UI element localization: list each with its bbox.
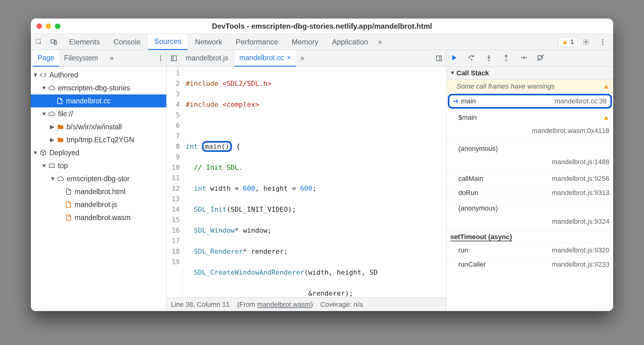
step-icon[interactable]	[519, 54, 527, 63]
file-tab-mandelbrot-cc[interactable]: mandelbrot.cc ✕	[234, 50, 296, 67]
angle-brackets-icon	[39, 71, 47, 79]
file-tab-mandelbrot-js[interactable]: mandelbrot.js	[181, 50, 233, 67]
svg-point-18	[526, 57, 527, 58]
tree-origin[interactable]: ▼ emscripten-dbg-stor	[31, 172, 166, 185]
disclosure-triangle-icon[interactable]: ▶	[50, 136, 54, 143]
tree-group-deployed[interactable]: ▼ Deployed	[31, 146, 166, 159]
step-over-icon[interactable]	[468, 54, 476, 63]
cloud-icon	[57, 175, 64, 182]
warning-text: Some call frames have warnings	[456, 82, 555, 90]
disclosure-triangle-icon[interactable]: ▼	[41, 85, 46, 91]
disclosure-triangle-icon[interactable]: ▼	[50, 176, 54, 182]
callstack-frame[interactable]: doRun mandelbrot.js:9313	[447, 186, 613, 200]
cube-icon	[39, 149, 47, 156]
disclosure-triangle-icon[interactable]: ▼	[33, 150, 37, 156]
resume-icon[interactable]	[450, 54, 458, 63]
frame-location-row: mandelbrot.wasm:0x4118	[447, 125, 613, 139]
disclosure-triangle-icon[interactable]: ▼	[41, 111, 46, 117]
navigator-tabs-overflow-icon[interactable]: »	[105, 50, 119, 67]
more-icon[interactable]	[597, 36, 608, 48]
callstack-frame[interactable]: runCaller mandelbrot.js:9233	[447, 257, 613, 272]
file-icon	[65, 188, 72, 195]
settings-icon[interactable]	[580, 36, 592, 48]
svg-point-15	[471, 59, 472, 60]
tab-console[interactable]: Console	[107, 34, 147, 50]
tree-label: top	[58, 162, 68, 170]
callstack-frame[interactable]: $main ▲	[447, 110, 613, 125]
device-toolbar-icon[interactable]	[48, 36, 59, 48]
callstack-frame[interactable]: callMain mandelbrot.js:9256	[447, 172, 613, 186]
disclosure-triangle-icon[interactable]: ▼	[450, 70, 454, 76]
tab-performance[interactable]: Performance	[229, 34, 284, 50]
sourcemap-origin: (From mandelbrot.wasm)	[237, 301, 313, 309]
current-frame-icon: ➔	[453, 97, 459, 105]
deactivate-breakpoints-icon[interactable]	[537, 54, 545, 63]
tab-sources[interactable]: Sources	[148, 34, 188, 50]
tree-top[interactable]: ▼ top	[31, 159, 166, 172]
tree-group-authored[interactable]: ▼ Authored	[31, 69, 166, 81]
file-tabs-overflow-icon[interactable]: »	[297, 50, 308, 67]
step-out-icon[interactable]	[502, 54, 510, 63]
tree-file[interactable]: mandelbrot.html	[31, 185, 166, 198]
tabs-overflow-icon[interactable]: »	[376, 34, 385, 50]
code-content[interactable]: #include <SDL2/SDL.h> #include <complex>…	[183, 67, 446, 297]
disclosure-triangle-icon[interactable]: ▼	[33, 72, 37, 78]
cloud-icon	[48, 110, 56, 118]
frame-location: mandelbrot.js:9233	[552, 260, 609, 268]
tree-label: file://	[58, 110, 73, 118]
callstack-frame-current[interactable]: ➔main mandelbrot.cc:38	[448, 94, 612, 109]
tab-application[interactable]: Application	[326, 34, 374, 50]
frame-function: (anonymous)	[458, 204, 498, 212]
navigator-more-icon[interactable]	[155, 53, 166, 64]
folder-icon	[57, 136, 64, 143]
cursor-position: Line 38, Column 11	[171, 301, 230, 309]
frame-location: mandelbrot.js:9324	[552, 218, 609, 226]
disclosure-triangle-icon[interactable]: ▼	[41, 163, 46, 169]
tree-origin[interactable]: ▼ emscripten-dbg-stories	[31, 81, 166, 94]
warnings-badge[interactable]: ▲ 1	[558, 37, 577, 47]
highlight-main-decl: main()	[202, 141, 232, 152]
svg-point-5	[602, 41, 603, 43]
svg-point-9	[160, 60, 161, 61]
toggle-debugger-icon[interactable]	[433, 53, 444, 64]
tree-label: Authored	[49, 71, 78, 79]
devtools-window: DevTools - emscripten-dbg-stories.netlif…	[31, 19, 613, 311]
navigator-tabs: Page Filesystem »	[31, 50, 166, 67]
close-tab-icon[interactable]: ✕	[287, 54, 291, 61]
svg-point-16	[488, 60, 489, 61]
inspect-element-icon[interactable]	[33, 36, 44, 48]
frame-function: (anonymous)	[458, 145, 498, 153]
warning-icon: ▲	[603, 114, 609, 122]
main-tabstrip: Elements Console Sources Network Perform…	[31, 34, 613, 50]
svg-point-4	[602, 39, 603, 40]
disclosure-triangle-icon[interactable]: ▶	[50, 123, 54, 130]
callstack-frame[interactable]: (anonymous)	[447, 201, 613, 215]
tree-file[interactable]: mandelbrot.wasm	[31, 211, 166, 224]
file-tab-label: mandelbrot.js	[186, 54, 228, 62]
toggle-navigator-icon[interactable]	[168, 53, 180, 64]
tree-folder[interactable]: ▶ tmp/tmp.ELcTq2YGN	[31, 133, 166, 146]
tree-origin-file[interactable]: ▼ file://	[31, 107, 166, 120]
section-title: Call Stack	[456, 69, 489, 77]
step-into-icon[interactable]	[485, 54, 493, 63]
callstack-frame[interactable]: (anonymous)	[447, 142, 613, 156]
tab-memory[interactable]: Memory	[286, 34, 325, 50]
file-icon	[65, 201, 72, 208]
frame-function: runCaller	[458, 260, 486, 268]
sourcemap-link[interactable]: mandelbrot.wasm	[257, 301, 311, 308]
frame-location: mandelbrot.cc:38	[555, 97, 607, 105]
tab-elements[interactable]: Elements	[63, 34, 106, 50]
file-tree[interactable]: ▼ Authored ▼ emscripten-dbg-stories mand…	[31, 67, 166, 311]
tab-network[interactable]: Network	[189, 34, 228, 50]
navigator-tab-page[interactable]: Page	[33, 50, 59, 67]
file-icon	[65, 214, 72, 221]
callstack-frame[interactable]: run mandelbrot.js:9320	[447, 243, 613, 257]
svg-rect-13	[436, 56, 441, 61]
tree-label: emscripten-dbg-stor	[67, 175, 130, 183]
tree-folder[interactable]: ▶ b/s/w/ir/x/w/install	[31, 120, 166, 133]
tree-file[interactable]: mandelbrot.js	[31, 198, 166, 211]
code-editor[interactable]: 123 456 789 101112 131415 161718 19 #inc…	[167, 67, 446, 297]
navigator-tab-filesystem[interactable]: Filesystem	[59, 50, 103, 67]
callstack-header[interactable]: ▼ Call Stack	[447, 67, 613, 80]
tree-file-selected[interactable]: mandelbrot.cc	[31, 94, 166, 107]
